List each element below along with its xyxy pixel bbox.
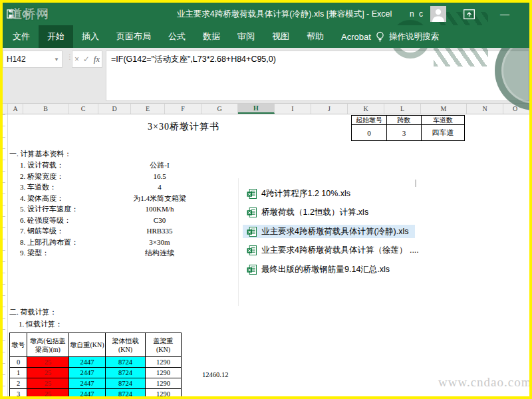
cell-cyan[interactable]: 8724 <box>106 378 146 389</box>
column-header-g[interactable]: G <box>201 104 238 114</box>
formula-input[interactable]: =IF(G142="活动支座",L73*2.68+H84+C95,0) <box>106 51 529 101</box>
insert-function-icon[interactable]: fx <box>94 54 100 65</box>
cell[interactable]: 1290 <box>146 389 182 397</box>
name-box[interactable]: H142 ▼ <box>3 51 63 68</box>
tab-page-layout[interactable]: 页面布局 <box>108 25 160 48</box>
item-value: HRB335 <box>100 225 219 237</box>
col-pier-weight[interactable]: 墩自重(KN) <box>69 333 106 357</box>
minimize-button[interactable]: — <box>500 9 509 19</box>
quick-access-toolbar: ⟳ ˅ ▾ <box>7 3 47 25</box>
file-item[interactable]: 桥墩荷载（1.2恒载）计算.xls <box>243 206 415 219</box>
col-capbeam-weight[interactable]: 盖梁重(KN) <box>146 333 182 357</box>
cell[interactable]: 1 <box>10 368 27 378</box>
column-header-m[interactable]: M <box>421 104 467 114</box>
cell-red[interactable]: 25 <box>27 389 69 397</box>
column-header-c[interactable]: C <box>68 104 98 114</box>
column-header-b[interactable]: B <box>23 104 68 114</box>
cell-cyan[interactable]: 2447 <box>69 389 106 397</box>
info-value-lanes[interactable]: 四车道 <box>422 125 465 141</box>
file-item[interactable]: 业主要求4跨桥墩荷载具体计算（徐莲） .... <box>243 244 415 257</box>
enter-icon[interactable]: ✓ <box>83 55 90 64</box>
col-pier-height[interactable]: 墩高(包括盖梁高)(m) <box>27 333 69 357</box>
column-header-h-selected[interactable]: H <box>238 104 275 114</box>
tab-home[interactable]: 开始 <box>39 25 73 48</box>
column-header-o[interactable]: O <box>503 104 527 114</box>
cell[interactable]: 1290 <box>146 368 182 378</box>
item-label: 9. 梁型： <box>20 249 49 257</box>
row-header-corner[interactable] <box>3 104 8 114</box>
cell-cyan[interactable]: 2447 <box>69 368 106 378</box>
name-box-value[interactable]: H142 <box>3 55 51 64</box>
info-value-spans[interactable]: 3 <box>387 125 422 141</box>
cell[interactable]: 3 <box>10 389 27 397</box>
cell-cyan[interactable]: 2447 <box>69 378 106 389</box>
file-item[interactable]: 4跨计算程序1.2 10%.xls <box>243 187 415 200</box>
save-icon[interactable] <box>7 9 16 19</box>
cell-red[interactable]: 25 <box>27 368 69 378</box>
column-header-l[interactable]: L <box>384 104 421 114</box>
file-item[interactable]: 最终出版的桥墩钢筋量9.14汇总.xls <box>243 263 415 276</box>
tab-file[interactable]: 文件 <box>4 25 39 48</box>
worksheet-area[interactable]: 3×30桥墩计算书 起始墩号 跨数 车道数 0 3 四车道 一. 计算基本资料：… <box>3 114 529 396</box>
cell-cyan[interactable]: 8724 <box>106 357 146 368</box>
cell-cyan[interactable]: 2447 <box>69 357 106 368</box>
tab-review[interactable]: 审阅 <box>229 25 263 48</box>
tab-formulas[interactable]: 公式 <box>160 25 194 48</box>
column-header-d[interactable]: D <box>98 104 131 114</box>
section2-subheading[interactable]: 1. 恒载计算： <box>19 319 63 329</box>
column-header-i[interactable]: I <box>275 104 311 114</box>
cancel-icon[interactable]: × <box>74 55 79 64</box>
excel-window: ⟳ ˅ ▾ 道桥网 业主要求4跨桥墩荷载具体计算(冷静).xls [兼容模式] … <box>0 0 532 399</box>
column-header-a[interactable]: A <box>8 104 23 114</box>
stray-calc-value[interactable]: 12460.12 <box>202 371 228 378</box>
column-header-f[interactable]: F <box>165 104 201 114</box>
column-header-n[interactable]: N <box>467 104 503 114</box>
cell[interactable]: 1290 <box>146 357 182 368</box>
column-header-j[interactable]: J <box>311 104 348 114</box>
list-item[interactable]: 2. 桥梁宽度：16.5 <box>3 171 229 182</box>
tab-help[interactable]: 帮助 <box>298 25 332 48</box>
info-header-lanes[interactable]: 车道数 <box>422 116 465 125</box>
excel-file-icon <box>247 189 257 199</box>
list-item[interactable]: 8. 上部孔跨布置：3×30m <box>3 237 229 248</box>
info-value-start-pier[interactable]: 0 <box>352 125 387 141</box>
list-item[interactable]: 4. 梁体高度：为1.4米简支箱梁 <box>3 193 229 204</box>
cell-red[interactable]: 25 <box>27 357 69 368</box>
tell-me-search[interactable]: 操作说明搜索 <box>376 25 439 48</box>
tab-data[interactable]: 数据 <box>194 25 229 48</box>
person-icon <box>430 6 446 22</box>
list-item[interactable]: 3. 车道数：4 <box>3 182 229 193</box>
info-header-spans[interactable]: 跨数 <box>387 116 422 125</box>
section2-heading[interactable]: 二. 荷载计算： <box>9 307 57 317</box>
col-girder-load[interactable]: 梁体恒载(KN) <box>106 333 146 357</box>
file-item-selected[interactable]: 业主要求4跨桥墩荷载具体计算(冷静).xls <box>243 225 415 238</box>
column-header-k[interactable]: K <box>348 104 384 114</box>
cell-cyan[interactable]: 8724 <box>106 389 146 397</box>
cell-red[interactable]: 25 <box>27 378 69 389</box>
tab-view[interactable]: 视图 <box>263 25 298 48</box>
document-title[interactable]: 3×30桥墩计算书 <box>148 121 219 133</box>
ribbon-display-options-button[interactable] <box>464 9 475 19</box>
col-pier-no[interactable]: 墩号 <box>10 333 27 357</box>
customize-qat-icon[interactable]: ▾ <box>45 11 47 17</box>
tab-acrobat[interactable]: Acrobat <box>332 25 380 48</box>
tab-insert[interactable]: 插入 <box>73 25 108 48</box>
item-label: 7. 钢筋等级： <box>20 227 64 235</box>
account-avatar[interactable] <box>430 6 446 22</box>
cell-cyan[interactable]: 8724 <box>106 368 146 378</box>
list-item[interactable]: 7. 钢筋等级：HRB335 <box>3 225 229 237</box>
cell[interactable]: 2 <box>10 378 27 389</box>
column-header-e[interactable]: E <box>131 104 165 114</box>
info-header-start-pier[interactable]: 起始墩号 <box>352 116 387 125</box>
section1-heading[interactable]: 一. 计算基本资料： <box>9 149 72 159</box>
list-item[interactable]: 5. 设计行车速度：100KM/h <box>3 203 229 215</box>
name-box-dropdown-icon[interactable]: ▼ <box>51 57 62 63</box>
undo-dropdown-icon[interactable]: ˅ <box>35 11 39 17</box>
list-item[interactable]: 6. 砼强度等级：C30 <box>3 215 229 226</box>
list-item[interactable]: 1. 设计荷载：公路-I <box>3 160 229 171</box>
span-info-table: 起始墩号 跨数 车道数 0 3 四车道 <box>351 115 465 141</box>
cell[interactable]: 1290 <box>146 378 182 389</box>
redo-icon[interactable]: ⟳ <box>22 10 29 19</box>
cell[interactable]: 0 <box>10 357 27 368</box>
list-item[interactable]: 9. 梁型：结构连续 <box>3 247 229 259</box>
